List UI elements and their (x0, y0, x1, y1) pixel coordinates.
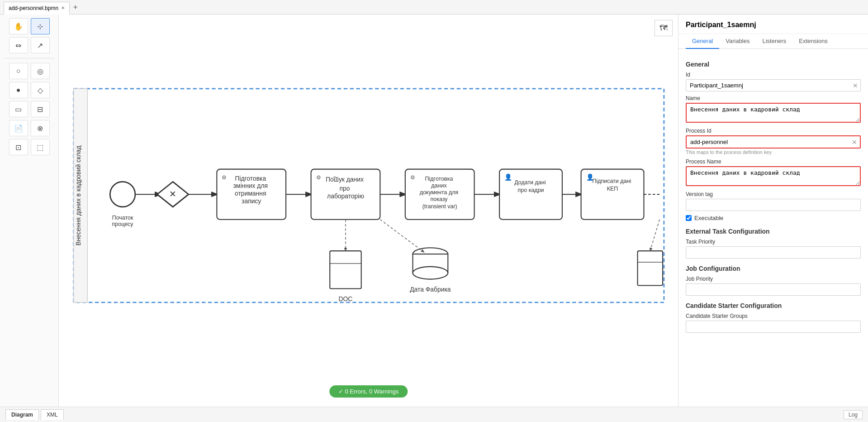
svg-line-42 (650, 220, 659, 251)
svg-text:⚙: ⚙ (222, 174, 227, 181)
process-id-hint: This maps to the process definition key (686, 149, 861, 155)
name-field-label: Name (686, 95, 861, 101)
svg-text:процесу: процесу (112, 221, 134, 227)
main-tab[interactable]: add-personnel.bpmn ✕ (4, 2, 70, 14)
svg-rect-31 (330, 251, 361, 288)
svg-text:Початок: Початок (112, 215, 133, 221)
executable-row: Executable (686, 215, 861, 221)
dashed-rect-tool[interactable]: ⬚ (31, 139, 50, 155)
log-button[interactable]: Log (844, 410, 863, 419)
tab-extensions[interactable]: Extensions (792, 34, 834, 49)
tab-listeners[interactable]: Listeners (756, 34, 792, 49)
left-toolbar: ✋ ⊹ ⇔ ↗ ○ ◎ ● ◇ ▭ ⊟ 📄 ⊗ ⊡ ⬚ (0, 14, 59, 407)
tool-row-3: ○ ◎ (4, 63, 55, 79)
properties-panel: Participant_1saemnj General Variables Li… (678, 14, 868, 407)
panel-tabs: General Variables Listeners Extensions (678, 34, 868, 49)
status-text: ✓ 0 Errors, 0 Warnings (338, 388, 398, 395)
panel-body: General Id ✕ Name Внесення даних в кадро… (678, 49, 868, 407)
pointer-tool[interactable]: ⊹ (31, 18, 50, 34)
executable-checkbox[interactable] (686, 215, 692, 221)
circle-dbl-tool[interactable]: ◎ (31, 63, 50, 79)
version-tag-label: Version tag (686, 191, 861, 197)
diagram-tab[interactable]: Diagram (5, 409, 39, 420)
main-area: ✋ ⊹ ⇔ ↗ ○ ◎ ● ◇ ▭ ⊟ 📄 ⊗ ⊡ ⬚ 🗺 (0, 14, 868, 407)
db-tool[interactable]: ⊟ (31, 101, 50, 117)
id-field-label: Id (686, 72, 861, 78)
svg-text:Дата Фабрика: Дата Фабрика (410, 286, 451, 293)
tool-row-7: ⊡ ⬚ (4, 139, 55, 155)
job-priority-field[interactable] (686, 283, 861, 296)
separator-1 (4, 58, 55, 58)
diamond-tool[interactable]: ◇ (31, 82, 50, 98)
process-id-field[interactable] (687, 136, 860, 148)
bottom-tabs: Diagram XML (5, 409, 64, 420)
panel-title: Participant_1saemnj (678, 14, 868, 34)
tab-variables[interactable]: Variables (719, 34, 756, 49)
candidate-section-title: Candidate Starter Configuration (686, 302, 861, 309)
line-tool[interactable]: ↗ (31, 37, 50, 53)
job-config-section-title: Job Configuration (686, 265, 861, 272)
task-priority-field[interactable] (686, 246, 861, 259)
svg-rect-40 (638, 251, 663, 285)
process-name-label: Process Name (686, 158, 861, 165)
svg-text:DOC: DOC (339, 295, 353, 302)
rect-tool[interactable]: ▭ (9, 101, 28, 117)
filled-circle-tool[interactable]: ● (9, 82, 28, 98)
process-id-clear[interactable]: ✕ (852, 139, 857, 146)
main-tab-label: add-personnel.bpmn (9, 5, 58, 11)
task-priority-label: Task Priority (686, 239, 861, 245)
xml-tab[interactable]: XML (41, 409, 64, 420)
bpmn-diagram: Внесення даних в кадровий склад Початок … (72, 37, 669, 370)
tool-row-4: ● ◇ (4, 82, 55, 98)
subprocess-tool[interactable]: ⊡ (9, 139, 28, 155)
tool-row-5: ▭ ⊟ (4, 101, 55, 117)
candidate-groups-label: Candidate Starter Groups (686, 313, 861, 319)
add-tab-button[interactable]: + (71, 3, 79, 11)
status-bar: ✓ 0 Errors, 0 Warnings (329, 385, 408, 398)
svg-text:👤: 👤 (504, 173, 512, 181)
version-tag-field[interactable] (686, 199, 861, 211)
svg-text:Внесення даних в кадровий скла: Внесення даних в кадровий склад (75, 146, 82, 246)
id-field-wrapper: ✕ (686, 79, 861, 91)
canvas-area[interactable]: 🗺 Внесення даних в кадровий склад Почато… (59, 14, 678, 407)
svg-text:👤: 👤 (586, 173, 594, 181)
id-clear-button[interactable]: ✕ (853, 82, 858, 89)
svg-point-3 (110, 182, 135, 207)
svg-text:⚙: ⚙ (410, 174, 415, 181)
circle-tool[interactable]: ○ (9, 63, 28, 79)
svg-text:〜: 〜 (333, 174, 338, 181)
bottom-bar: Diagram XML Log (0, 407, 868, 422)
general-section-title: General (686, 61, 861, 68)
job-priority-label: Job Priority (686, 276, 861, 282)
tab-general[interactable]: General (686, 34, 719, 49)
executable-label: Executable (694, 215, 723, 221)
svg-text:✕: ✕ (169, 189, 176, 199)
tool-row-6: 📄 ⊗ (4, 120, 55, 136)
svg-text:⚙: ⚙ (316, 174, 321, 181)
id-field[interactable] (686, 79, 861, 91)
process-id-label: Process Id (686, 128, 861, 134)
tool-row-2: ⇔ ↗ (4, 37, 55, 53)
process-name-field[interactable]: Внесення даних в кадровий склад (686, 166, 861, 186)
hand-tool[interactable]: ✋ (9, 18, 28, 34)
bpmn-container: Внесення даних в кадровий склад Початок … (72, 37, 669, 370)
svg-line-39 (380, 220, 424, 252)
cylinder-tool[interactable]: ⊗ (31, 120, 50, 136)
ext-task-section-title: External Task Configuration (686, 228, 861, 235)
tab-bar: add-personnel.bpmn ✕ + (0, 0, 868, 14)
svg-point-37 (413, 267, 448, 279)
tool-row-1: ✋ ⊹ (4, 18, 55, 34)
minimap-button[interactable]: 🗺 (655, 20, 673, 36)
name-field[interactable]: Внесення даних в кадровий склад (686, 103, 861, 123)
minimap-icon: 🗺 (659, 24, 668, 33)
main-tab-close[interactable]: ✕ (61, 5, 65, 10)
svg-text:Підготовка
          даних
   : Підготовка даних документа для показу (t… (420, 176, 460, 210)
doc-tool[interactable]: 📄 (9, 120, 28, 136)
process-id-wrapper: ✕ (686, 135, 861, 149)
candidate-groups-field[interactable] (686, 321, 861, 333)
move-tool[interactable]: ⇔ (9, 37, 28, 53)
